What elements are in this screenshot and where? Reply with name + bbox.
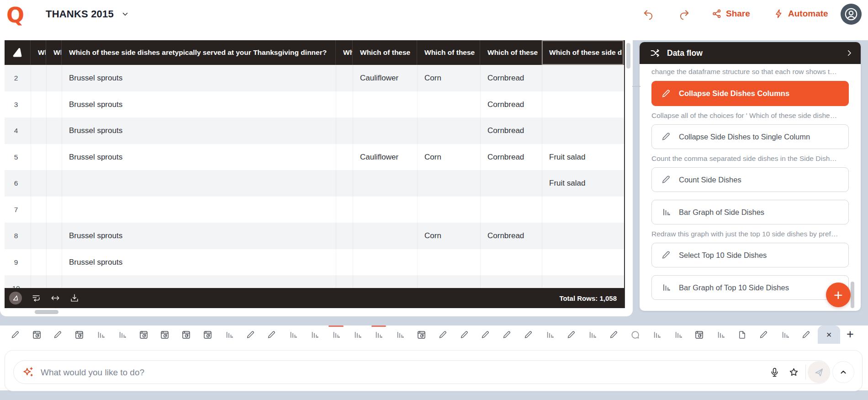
column-header-c2[interactable]: Which of these [417, 40, 480, 65]
column-header-main[interactable]: Which of these side dishes aretypically … [62, 40, 336, 65]
flow-node[interactable]: Bar Graph of Top 10 Side Dishes [651, 275, 849, 300]
add-tab-button[interactable]: + [841, 325, 860, 344]
table-cell[interactable]: Corn [417, 223, 480, 249]
column-header-wC[interactable]: Which of these [336, 40, 353, 65]
row-number[interactable]: 6 [5, 170, 27, 197]
toolbar-item-table[interactable] [689, 325, 710, 344]
table-cell[interactable]: Brussel sprouts [62, 249, 336, 276]
toolbar-item-pencil[interactable] [261, 325, 283, 344]
toolbar-item-pencil[interactable] [603, 325, 625, 344]
table-cell[interactable]: Cornbread [480, 144, 542, 171]
flow-node[interactable]: Bar Graph of Side Dishes [651, 200, 849, 224]
collapse-prompt-button[interactable] [832, 361, 854, 383]
toolbar-item-pencil[interactable] [518, 325, 539, 344]
table-badge-icon[interactable] [9, 292, 22, 304]
toolbar-item-pencil[interactable] [475, 325, 497, 344]
star-icon[interactable] [789, 367, 799, 378]
column-header-c3[interactable]: Which of these [480, 40, 542, 65]
flow-node[interactable]: Collapse Side Dishes to Single Column [651, 124, 849, 149]
prompt-input[interactable] [40, 361, 704, 384]
send-button[interactable] [808, 361, 830, 383]
table-cell[interactable]: Fruit salad [542, 144, 624, 171]
table-cell[interactable]: Cornbread [480, 65, 542, 91]
row-number[interactable]: 9 [5, 249, 27, 276]
table-cell[interactable]: Corn [417, 65, 480, 91]
toolbar-item-pencil[interactable] [753, 325, 774, 344]
quadratic-logo-icon[interactable]: Q [6, 2, 24, 28]
toolbar-item-pencil[interactable] [432, 325, 454, 344]
column-width-icon[interactable] [50, 293, 60, 303]
column-header-wA[interactable]: Which of these [31, 40, 46, 65]
table-cell[interactable]: Cauliflower [353, 144, 417, 171]
toolbar-item-bar[interactable] [774, 325, 796, 344]
user-avatar[interactable] [841, 4, 862, 25]
toolbar-item-table[interactable] [133, 325, 154, 344]
toolbar-item-bar[interactable] [710, 325, 731, 344]
vertical-scrollbar[interactable] [626, 43, 630, 69]
toolbar-item-chat[interactable] [625, 325, 646, 344]
toolbar-item-bar[interactable] [282, 325, 304, 344]
table-cell[interactable]: Fruit salad [542, 170, 624, 197]
row-number[interactable]: 7 [5, 197, 27, 223]
toolbar-item-table[interactable] [26, 325, 48, 344]
toolbar-item-bar[interactable] [389, 325, 411, 344]
toolbar-item-bar[interactable] [667, 325, 689, 344]
flow-node[interactable]: Count Side Dishes [651, 167, 849, 192]
toolbar-item-bar[interactable] [304, 325, 325, 344]
panel-scrollbar[interactable] [851, 282, 854, 308]
toolbar-item-file[interactable] [731, 325, 753, 344]
toolbar-item-bar[interactable] [325, 325, 347, 344]
table-cell[interactable]: Cornbread [480, 117, 542, 144]
toolbar-item-pencil[interactable] [48, 325, 69, 344]
toolbar-item-table[interactable] [197, 325, 218, 344]
toolbar-item-bar[interactable] [582, 325, 603, 344]
table-cell[interactable]: Corn [417, 144, 480, 171]
row-number[interactable]: 5 [5, 144, 27, 171]
row-number[interactable]: 2 [5, 65, 27, 91]
column-header-wB[interactable]: Which of these [46, 40, 62, 65]
toolbar-item-bar[interactable] [111, 325, 133, 344]
close-tab-button[interactable]: × [818, 325, 840, 344]
add-node-button[interactable]: + [826, 283, 851, 307]
undo-button[interactable] [642, 8, 655, 21]
table-cell[interactable]: Brussel sprouts [62, 117, 336, 144]
toolbar-item-table[interactable] [69, 325, 90, 344]
automate-button[interactable]: Automate [774, 9, 828, 19]
toolbar-item-pencil[interactable] [795, 325, 817, 344]
select-all-corner[interactable] [5, 40, 31, 65]
file-title-menu[interactable]: THANKS 2015 [46, 8, 129, 20]
toolbar-item-pencil[interactable] [496, 325, 518, 344]
toolbar-item-bar[interactable] [368, 325, 390, 344]
share-button[interactable]: Share [712, 9, 750, 19]
toolbar-item-bar[interactable] [646, 325, 667, 344]
flow-node[interactable]: Collapse Side Dishes Columns [651, 81, 849, 106]
redo-button[interactable] [678, 8, 691, 21]
toolbar-item-bar[interactable] [218, 325, 240, 344]
data-flow-header[interactable]: Data flow [640, 42, 861, 64]
toolbar-item-pencil[interactable] [561, 325, 582, 344]
column-header-c4[interactable]: Which of these side d [542, 40, 624, 65]
wrap-rows-icon[interactable] [31, 293, 41, 303]
horizontal-scrollbar[interactable] [35, 310, 58, 314]
chevron-right-icon[interactable] [845, 49, 853, 57]
column-header-c1[interactable]: Which of these [353, 40, 417, 65]
toolbar-item-bar[interactable] [347, 325, 368, 344]
row-number[interactable]: 3 [5, 91, 27, 118]
row-number[interactable]: 8 [5, 223, 27, 249]
toolbar-item-pencil[interactable] [454, 325, 475, 344]
table-cell[interactable]: Brussel sprouts [62, 91, 336, 118]
toolbar-item-table[interactable] [175, 325, 197, 344]
download-icon[interactable] [69, 293, 79, 303]
toolbar-item-table[interactable] [154, 325, 176, 344]
table-cell[interactable]: Brussel sprouts [62, 223, 336, 249]
toolbar-item-table[interactable] [411, 325, 432, 344]
table-cell[interactable]: Cornbread [480, 223, 542, 249]
table-cell[interactable]: Brussel sprouts [62, 65, 336, 91]
toolbar-item-pencil[interactable] [5, 325, 26, 344]
table-cell[interactable]: Brussel sprouts [62, 144, 336, 171]
microphone-icon[interactable] [769, 367, 780, 378]
row-number[interactable]: 4 [5, 117, 27, 144]
table-cell[interactable]: Cauliflower [353, 65, 417, 91]
toolbar-item-bar[interactable] [90, 325, 111, 344]
toolbar-item-bar[interactable] [539, 325, 561, 344]
